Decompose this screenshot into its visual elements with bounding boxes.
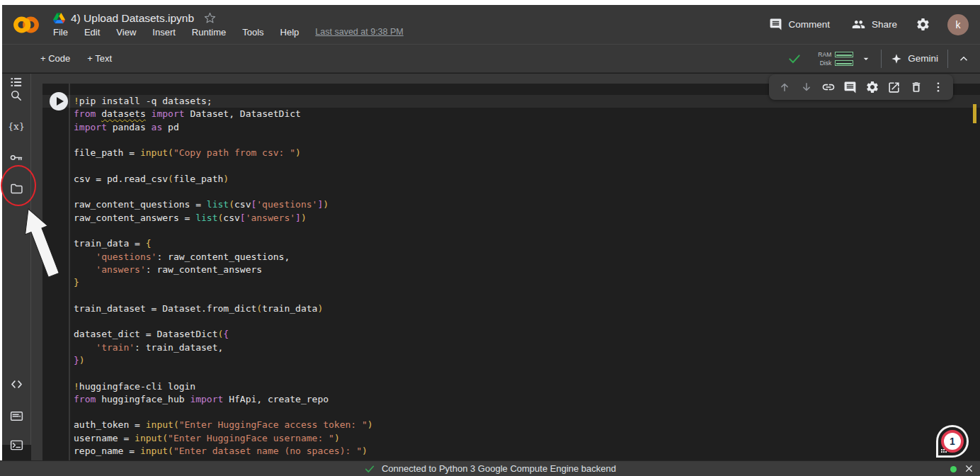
collapse-toolbar-button[interactable] — [957, 52, 970, 65]
code-line[interactable] — [42, 134, 980, 147]
code-line[interactable] — [42, 159, 980, 172]
add-text-button[interactable]: + Text — [87, 53, 112, 64]
code-line[interactable] — [42, 186, 980, 198]
kebab-menu-icon — [932, 81, 945, 94]
code-line[interactable]: train_data = { — [42, 237, 980, 250]
toolbar-divider — [881, 50, 882, 68]
menu-help[interactable]: Help — [280, 27, 300, 38]
code-line[interactable] — [42, 315, 980, 328]
menu-file[interactable]: File — [53, 27, 68, 38]
header-right: Comment Share k — [748, 14, 980, 35]
code-line[interactable]: } — [42, 276, 980, 289]
toolbar-divider — [947, 50, 948, 68]
open-in-tab-button[interactable] — [884, 76, 904, 98]
code-line[interactable]: repo_name = input("Enter dataset name (n… — [42, 445, 980, 458]
code-area[interactable]: !pip install -q datasets;from datasets i… — [42, 95, 980, 458]
code-line[interactable]: 'train': train_dataset, — [42, 341, 980, 354]
share-people-icon — [851, 18, 866, 31]
ram-gauge — [835, 52, 853, 57]
code-line[interactable]: auth_token = input("Enter HuggingFace ac… — [42, 419, 980, 431]
code-line[interactable]: raw_content_answers = list(csv['answers'… — [42, 212, 980, 225]
menu-view[interactable]: View — [116, 27, 136, 38]
code-line[interactable]: raw_content_questions = list(csv['questi… — [42, 198, 980, 211]
arrow-up-icon — [778, 81, 791, 94]
sidebar-item-search[interactable] — [2, 87, 30, 104]
gear-icon — [865, 80, 879, 94]
sidebar-item-terminal[interactable] — [2, 436, 30, 453]
menu-insert[interactable]: Insert — [152, 27, 176, 38]
close-status-button[interactable] — [964, 463, 974, 474]
copy-cell-link-button[interactable] — [819, 76, 838, 98]
trash-icon — [910, 81, 923, 94]
move-cell-down-button[interactable] — [797, 76, 816, 98]
code-line[interactable]: dataset_dict = DatasetDict({ — [42, 328, 980, 341]
runtime-dropdown-caret[interactable] — [860, 53, 872, 64]
code-line[interactable] — [42, 406, 980, 419]
share-button[interactable]: Share — [851, 18, 897, 31]
move-cell-up-button[interactable] — [775, 76, 794, 98]
code-line[interactable] — [42, 367, 980, 380]
window-left-edge — [0, 0, 2, 460]
add-code-button[interactable]: + Code — [40, 53, 70, 64]
last-saved-link[interactable]: Last saved at 9:38 PM — [315, 27, 403, 37]
status-bar: Connected to Python 3 Google Compute Eng… — [0, 460, 980, 476]
cell-settings-button[interactable] — [862, 76, 882, 98]
code-line[interactable]: }) — [42, 354, 980, 367]
code-line[interactable]: 'questions': raw_content_questions, — [42, 251, 980, 264]
star-icon[interactable] — [204, 12, 216, 24]
notebook-title[interactable]: 4) Upload Datasets.ipynb — [71, 12, 194, 25]
more-actions-button[interactable] — [928, 76, 947, 98]
menu-edit[interactable]: Edit — [84, 27, 100, 38]
code-line[interactable] — [42, 289, 980, 302]
gemini-button[interactable]: Gemini — [891, 53, 938, 64]
code-line[interactable]: train_dataset = Dataset.from_dict(train_… — [42, 302, 980, 315]
annotation-marker-number: 1 — [941, 430, 964, 453]
add-comment-button[interactable] — [841, 76, 860, 98]
sidebar-item-code-snippets[interactable] — [2, 375, 30, 392]
notebook-toolbar: + Code + Text RAM Disk Gemini — [2, 44, 980, 73]
comment-button[interactable]: Comment — [769, 18, 830, 31]
code-line[interactable]: username = input("Enter HuggingFace user… — [42, 432, 980, 445]
folder-icon — [9, 181, 24, 196]
code-line[interactable]: from huggingface_hub import HfApi, creat… — [42, 393, 980, 406]
drive-icon — [53, 13, 65, 23]
command-palette-icon — [9, 409, 24, 424]
code-line[interactable] — [42, 225, 980, 237]
code-line[interactable]: import pandas as pd — [42, 121, 980, 134]
resource-monitor[interactable]: RAM Disk — [813, 51, 853, 67]
code-line[interactable]: 'answers': raw_content_answers — [42, 264, 980, 276]
run-cell-button[interactable] — [50, 92, 68, 110]
menu-runtime[interactable]: Runtime — [192, 27, 226, 38]
arrow-down-icon — [800, 81, 813, 94]
header: 4) Upload Datasets.ipynb FileEditViewIns… — [2, 5, 980, 44]
code-line[interactable]: csv = pd.read_csv(file_path) — [42, 173, 980, 186]
gemini-label: Gemini — [908, 53, 938, 64]
colab-logo[interactable] — [12, 15, 40, 35]
code-icon — [9, 377, 24, 392]
sidebar-item-command-palette[interactable] — [2, 407, 30, 424]
notebook-area: !pip install -q datasets;from datasets i… — [42, 74, 980, 460]
sidebar-item-files[interactable] — [2, 180, 30, 197]
code-line[interactable]: file_path = input("Copy path from csv: "… — [42, 147, 980, 159]
code-line[interactable]: from datasets import Dataset, DatasetDic… — [42, 108, 980, 120]
cell-toolbar — [769, 74, 953, 100]
sparkle-icon — [891, 53, 902, 64]
window-top-edge — [0, 0, 980, 5]
sidebar-item-variables[interactable]: {x} — [2, 118, 30, 135]
delete-cell-button[interactable] — [906, 76, 925, 98]
code-line[interactable]: !huggingface-cli login — [42, 380, 980, 393]
add-text-label: + Text — [87, 53, 112, 64]
avatar-letter: k — [956, 19, 961, 30]
annotation-marker-1: 1 — [936, 425, 969, 458]
key-icon — [9, 150, 24, 165]
share-label: Share — [872, 19, 897, 30]
avatar[interactable]: k — [947, 14, 969, 35]
chevron-down-icon — [860, 53, 872, 64]
title-block: 4) Upload Datasets.ipynb FileEditViewIns… — [53, 12, 404, 38]
menu-tools[interactable]: Tools — [242, 27, 263, 38]
sidebar-item-secrets[interactable] — [2, 149, 30, 166]
connected-check-icon — [364, 463, 375, 475]
code-cell[interactable]: !pip install -q datasets;from datasets i… — [42, 84, 980, 460]
settings-button[interactable] — [916, 17, 930, 32]
overview-ruler-warning-marker — [973, 104, 976, 123]
